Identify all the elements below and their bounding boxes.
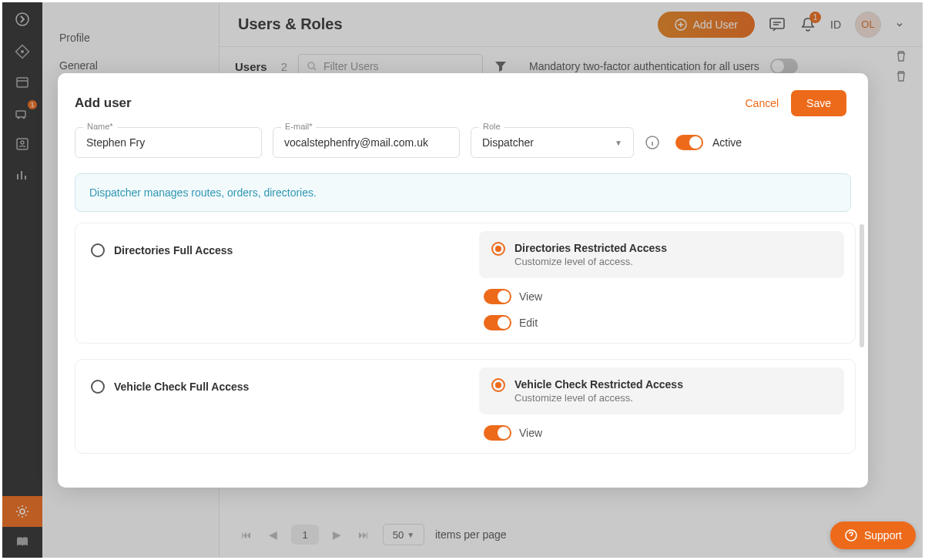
perm-full-label: Directories Full Access xyxy=(114,244,233,257)
radio-selected-icon xyxy=(491,378,505,392)
support-icon xyxy=(844,528,858,542)
perm-full-label: Vehicle Check Full Access xyxy=(114,381,249,393)
perm-view-switch[interactable] xyxy=(484,425,511,441)
permission-card: Directories Full Access Directories Rest… xyxy=(75,223,856,344)
perm-restricted-sub: Customize level of access. xyxy=(514,392,683,404)
perm-edit-switch[interactable] xyxy=(484,315,511,330)
cancel-button[interactable]: Cancel xyxy=(732,91,791,116)
active-switch[interactable] xyxy=(675,135,703,150)
perm-restricted-option[interactable]: Vehicle Check Restricted Access Customiz… xyxy=(479,367,844,414)
modal-title: Add user xyxy=(75,96,132,111)
role-label: Role xyxy=(479,122,504,131)
role-select[interactable]: Role Dispatcher ▼ xyxy=(471,127,634,158)
perm-restricted-option[interactable]: Directories Restricted Access Customize … xyxy=(479,231,844,278)
support-label: Support xyxy=(864,529,902,542)
perm-restricted-label: Directories Restricted Access xyxy=(514,242,667,254)
radio-selected-icon xyxy=(491,242,505,256)
role-value: Dispatcher xyxy=(482,136,615,149)
radio-unselected-icon xyxy=(91,380,105,394)
permission-card: Vehicle Check Full Access Vehicle Check … xyxy=(75,359,856,454)
dropdown-caret-icon: ▼ xyxy=(615,139,622,147)
email-label: E-mail* xyxy=(281,122,316,131)
name-input[interactable] xyxy=(86,136,250,149)
name-field[interactable]: Name* xyxy=(75,127,262,158)
save-button[interactable]: Save xyxy=(791,90,846,116)
perm-view-label: View xyxy=(519,290,542,303)
email-input[interactable] xyxy=(284,136,448,149)
perm-view-label: View xyxy=(519,427,542,439)
perm-full-option[interactable]: Vehicle Check Full Access xyxy=(91,380,456,394)
perm-restricted-sub: Customize level of access. xyxy=(514,256,667,267)
email-field[interactable]: E-mail* xyxy=(273,127,460,158)
support-button[interactable]: Support xyxy=(830,521,916,549)
permissions-scroll[interactable]: Directories Full Access Directories Rest… xyxy=(58,223,868,469)
radio-unselected-icon xyxy=(91,243,105,257)
name-label: Name* xyxy=(83,122,117,131)
perm-restricted-label: Vehicle Check Restricted Access xyxy=(514,378,683,391)
info-icon[interactable] xyxy=(645,135,660,150)
perm-edit-label: Edit xyxy=(519,317,538,329)
add-user-modal: Add user Cancel Save Name* E-mail* Role … xyxy=(58,73,868,488)
active-label: Active xyxy=(712,136,742,149)
scrollbar-thumb[interactable] xyxy=(860,224,864,347)
role-description: Dispatcher manages routes, orders, direc… xyxy=(75,173,851,212)
perm-full-option[interactable]: Directories Full Access xyxy=(91,243,456,257)
perm-view-switch[interactable] xyxy=(484,289,511,304)
